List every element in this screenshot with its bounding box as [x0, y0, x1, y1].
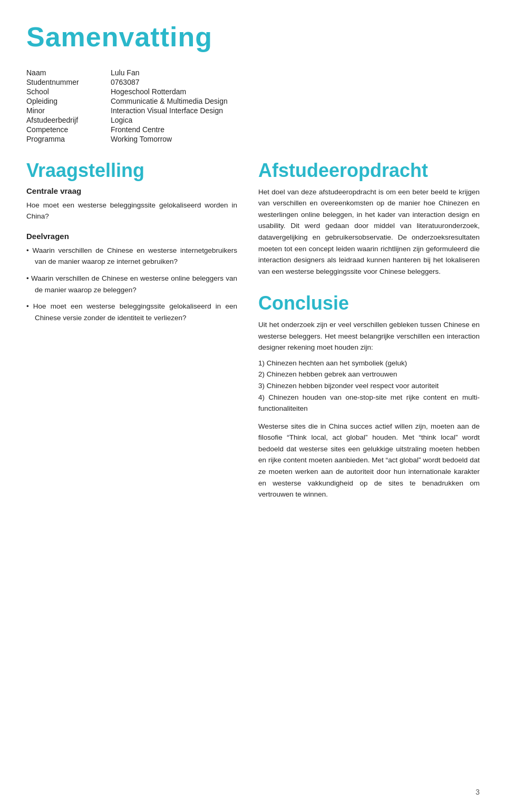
- conclusie-closing: Westerse sites die in China succes actie…: [258, 421, 480, 500]
- left-column: Vraagstelling Centrale vraag Hoe moet ee…: [26, 160, 237, 504]
- deelvraag-2: Waarin verschillen de Chinese en westers…: [26, 273, 237, 295]
- label-studentnummer: Studentnummer: [26, 78, 111, 86]
- conclusie-title: Conclusie: [258, 293, 480, 314]
- afstudeeropdracht-body: Het doel van deze afstudeeropdracht is o…: [258, 186, 480, 278]
- info-row-school: School Hogeschool Rotterdam: [26, 87, 480, 96]
- conclusie-item-3: 3) Chinezen hebben bijzonder veel respec…: [258, 380, 480, 392]
- deelvragen-label: Deelvragen: [26, 232, 237, 241]
- label-naam: Naam: [26, 68, 111, 77]
- label-programma: Programma: [26, 135, 111, 143]
- info-row-competence: Competence Frontend Centre: [26, 125, 480, 134]
- label-afstudeerbedrijf: Afstudeerbedrijf: [26, 116, 111, 124]
- page-number: 3: [475, 788, 480, 796]
- value-afstudeerbedrijf: Logica: [111, 116, 132, 124]
- value-school: Hogeschool Rotterdam: [111, 87, 186, 96]
- value-programma: Working Tomorrow: [111, 135, 172, 143]
- page-title: Samenvatting: [26, 21, 480, 53]
- conclusie-item-2: 2) Chinezen hebben gebrek aan vertrouwen: [258, 369, 480, 380]
- info-row-opleiding: Opleiding Communicatie & Multimedia Desi…: [26, 97, 480, 105]
- label-opleiding: Opleiding: [26, 97, 111, 105]
- conclusie-item-4: 4) Chinezen houden van one-stop-site met…: [258, 392, 480, 414]
- info-table: Naam Lulu Fan Studentnummer 0763087 Scho…: [26, 68, 480, 144]
- value-naam: Lulu Fan: [111, 68, 139, 77]
- label-school: School: [26, 87, 111, 96]
- conclusie-section: Conclusie Uit het onderzoek zijn er veel…: [258, 293, 480, 500]
- label-competence: Competence: [26, 125, 111, 134]
- right-column: Afstudeeropdracht Het doel van deze afst…: [258, 160, 480, 504]
- value-opleiding: Communicatie & Multimedia Design: [111, 97, 228, 105]
- value-minor: Interaction Visual Interface Design: [111, 106, 223, 115]
- value-competence: Frontend Centre: [111, 125, 164, 134]
- info-row-studentnummer: Studentnummer 0763087: [26, 78, 480, 86]
- value-studentnummer: 0763087: [111, 78, 140, 86]
- conclusie-list: 1) Chinezen hechten aan het symboliek (g…: [258, 358, 480, 414]
- label-minor: Minor: [26, 106, 111, 115]
- deelvraag-3: Hoe moet een westerse beleggingssite gel…: [26, 301, 237, 323]
- conclusie-intro: Uit het onderzoek zijn er veel verschill…: [258, 319, 480, 353]
- vraagstelling-title: Vraagstelling: [26, 160, 237, 181]
- conclusie-item-1: 1) Chinezen hechten aan het symboliek (g…: [258, 358, 480, 369]
- info-row-naam: Naam Lulu Fan: [26, 68, 480, 77]
- info-row-afstudeerbedrijf: Afstudeerbedrijf Logica: [26, 116, 480, 124]
- info-row-programma: Programma Working Tomorrow: [26, 135, 480, 143]
- afstudeeropdracht-title: Afstudeeropdracht: [258, 160, 480, 181]
- afstudeeropdracht-box: Afstudeeropdracht Het doel van deze afst…: [258, 160, 480, 277]
- centrale-vraag-label: Centrale vraag: [26, 186, 237, 195]
- deelvraag-1: Waarin verschillen de Chinese en westers…: [26, 245, 237, 268]
- centrale-vraag-text: Hoe moet een westerse beleggingssite gel…: [26, 200, 237, 222]
- two-column-layout: Vraagstelling Centrale vraag Hoe moet ee…: [26, 160, 480, 504]
- info-row-minor: Minor Interaction Visual Interface Desig…: [26, 106, 480, 115]
